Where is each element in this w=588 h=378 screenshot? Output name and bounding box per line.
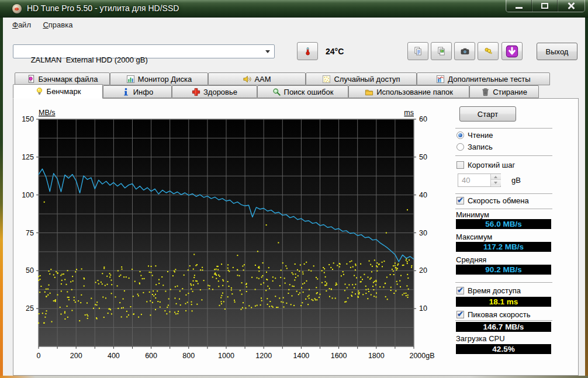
svg-text:125: 125 [22,153,34,161]
average-value: 90.2 MB/s [456,265,551,275]
burst-rate-checkbox[interactable]: ✔ [456,311,464,318]
menu-help[interactable]: Справка [43,20,72,29]
tab-label: Инфо [133,88,153,96]
separator [455,155,552,156]
tab-label: Дополнительные тесты [448,75,530,84]
separator [455,320,552,321]
access-time-value: 18.1 ms [456,297,551,307]
drive-select-value: ZALMAN External HDD (2000 gB) [31,56,148,64]
minimize-icon [516,7,523,9]
gb-unit-label: gB [511,176,521,185]
tab-aam[interactable]: AAM [208,72,306,85]
tab-benchmark[interactable]: Бенчмарк [13,84,103,99]
tab-label: Случайный доступ [334,75,400,84]
screenshot-button[interactable] [454,42,475,60]
transfer-rate-row[interactable]: ✔ Скорость обмена [456,196,529,205]
transfer-rate-checkbox[interactable]: ✔ [456,197,464,204]
svg-text:60: 60 [419,115,427,123]
svg-text:50: 50 [419,153,427,161]
tab-file-benchmark[interactable]: Бэнчмарк файла [15,72,110,85]
tab-random-access[interactable]: Случайный доступ [306,72,417,85]
short-stroke-label: Короткий шаг [468,161,515,169]
exit-button-label: Выход [546,47,569,56]
svg-text:20: 20 [419,266,427,275]
stepper-value: 40 [462,176,470,185]
short-stroke-row[interactable]: Короткий шаг [456,161,515,169]
checkbox-mark: ✔ [457,196,464,204]
average-label: Средняя [456,255,486,264]
minimize-button[interactable] [506,0,532,12]
cpu-usage-label: Загрузка CPU [456,334,505,343]
temperature-button[interactable] [297,42,318,60]
separator [455,128,552,129]
svg-text:40: 40 [419,191,427,199]
thermometer-icon [303,47,312,56]
svg-text:ms: ms [404,109,414,117]
app-icon [12,4,22,13]
benchmark-chart: 150125100755025605040302010MB/sms0200400… [13,99,446,367]
start-button[interactable]: Старт [459,106,516,122]
copy-image-button[interactable] [431,42,452,60]
tab-label: Здоровье [203,88,237,96]
svg-text:10: 10 [419,304,427,313]
separator [455,209,552,209]
write-radio-label: Запись [468,143,493,151]
maximize-button[interactable] [532,0,558,12]
separator [455,282,552,283]
maximum-value: 117.2 MB/s [456,242,551,252]
svg-text:1000: 1000 [218,352,234,360]
tab-erase[interactable]: Стирание [469,85,539,98]
svg-text:1200: 1200 [255,352,272,360]
tab-info[interactable]: Инфо [103,85,172,98]
close-icon [566,1,576,11]
file-benchmark-icon [27,75,36,84]
chevron-down-icon [265,50,270,53]
svg-text:30: 30 [419,229,427,237]
svg-text:400: 400 [108,352,120,360]
app-window: HD Tune Pro 5.50 - утилита для HD/SSD Фа… [0,0,588,378]
write-radio-row[interactable]: Запись [456,143,493,151]
svg-text:MB/s: MB/s [39,109,55,117]
tab-extra-tests[interactable]: Дополнительные тесты [417,72,550,85]
title-bar[interactable]: HD Tune Pro 5.50 - утилита для HD/SSD [0,0,588,18]
read-radio-row[interactable]: Чтение [456,131,493,140]
tab-label: Стирание [493,88,527,96]
access-time-checkbox[interactable]: ✔ [456,287,464,294]
tab-label: Поиск ошибок [284,88,334,96]
close-button[interactable] [558,0,584,12]
tab-label: AAM [254,75,271,84]
write-radio[interactable] [456,143,464,151]
stepper-down-button[interactable] [491,180,501,186]
tab-error-scan[interactable]: Поиск ошибок [257,85,348,98]
stepper-up-button[interactable] [491,174,501,180]
options-button[interactable] [478,42,499,60]
burst-rate-value: 146.7 MB/s [456,322,551,332]
short-stroke-stepper[interactable]: 40 [458,174,501,187]
tab-disk-monitor[interactable]: Монитор Диска [110,72,208,85]
copy-text-button[interactable] [407,42,428,60]
down-arrow-button[interactable] [501,42,523,60]
svg-text:50: 50 [26,266,34,275]
tab-folder-usage[interactable]: Использование папок [348,85,469,98]
drive-select-combobox[interactable]: ZALMAN External HDD (2000 gB) [13,44,275,58]
tab-label: Бэнчмарк файла [39,75,98,84]
tab-health[interactable]: Здоровье [172,85,257,98]
burst-rate-label: Пиковая скорость [468,310,531,319]
checkbox-mark: ✔ [457,286,464,294]
svg-text:2000gB: 2000gB [409,352,434,360]
window-title: HD Tune Pro 5.50 - утилита для HD/SSD [27,4,179,13]
svg-text:1800: 1800 [368,352,385,360]
short-stroke-checkbox[interactable] [456,161,464,169]
extra-tests-icon [436,75,445,84]
burst-rate-row[interactable]: ✔ Пиковая скорость [456,310,531,319]
svg-text:100: 100 [22,191,34,199]
exit-button[interactable]: Выход [537,43,577,60]
svg-text:25: 25 [26,304,34,313]
read-radio[interactable] [456,131,464,139]
access-time-row[interactable]: ✔ Время доступа [456,286,521,295]
client-area: Файл Справка ZALMAN External HDD (2000 g… [3,18,585,376]
menu-file[interactable]: Файл [12,20,31,29]
info-icon [122,88,130,96]
benchmark-page: 150125100755025605040302010MB/sms0200400… [13,98,579,376]
tab-label: Бенчмарк [47,87,81,96]
